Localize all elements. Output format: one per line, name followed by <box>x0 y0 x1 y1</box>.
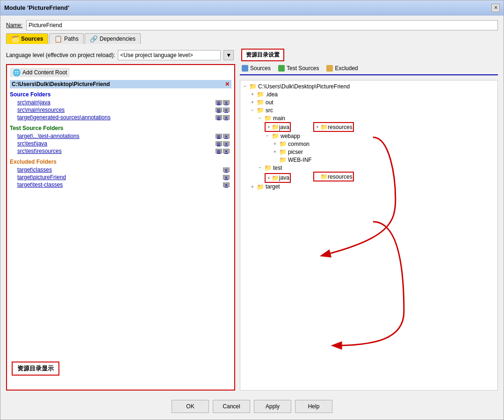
tab-dependencies[interactable]: 🔗 Dependencies <box>85 33 141 44</box>
folder-icon: 📁 <box>257 99 264 106</box>
tabs-row: 🗂️ Sources 📋 Paths 🔗 Dependencies <box>6 33 498 44</box>
remove-icon[interactable]: ✕ <box>223 167 230 172</box>
sources-tab-right-label: Sources <box>250 65 271 72</box>
folder-icon: 📁 <box>279 148 287 155</box>
list-item[interactable]: target\generated-sources\annotations ⊞ ✕ <box>10 114 231 121</box>
ok-button[interactable]: OK <box>172 400 209 413</box>
add-content-root-button[interactable]: 🌐 Add Content Root <box>10 68 70 77</box>
help-button[interactable]: Help <box>295 400 332 413</box>
source-tabs-bar: Sources Test Sources Excluded <box>240 64 498 75</box>
tree-expand-icon[interactable]: − <box>257 116 263 121</box>
dialog-title: Module 'PictureFriend' <box>4 4 69 11</box>
apply-button[interactable]: Apply <box>254 400 291 413</box>
tree-expand-icon[interactable]: − <box>250 108 255 113</box>
dialog-body: Name: 🗂️ Sources 📋 Paths 🔗 Dependencies … <box>0 15 504 395</box>
tree-expand-icon[interactable]: + <box>250 100 255 105</box>
tab-sources[interactable]: 🗂️ Sources <box>6 33 48 44</box>
tree-expand-icon[interactable]: − <box>257 165 263 171</box>
highlighted-tree-item[interactable]: +📁java <box>265 173 291 183</box>
test-sources-tab-label: Test Sources <box>287 65 319 72</box>
list-item[interactable]: src\main\resources ⊞ ✕ <box>10 106 231 114</box>
cancel-button[interactable]: Cancel <box>213 400 250 413</box>
excluded-folders-list: target\classes ✕ target\pictureFriend ✕ … <box>10 166 231 188</box>
tree-expand-icon[interactable]: + <box>250 184 255 189</box>
tree-item[interactable]: −📁src <box>250 106 496 114</box>
tree-item[interactable]: +📁common <box>272 140 496 148</box>
tab-paths[interactable]: 📋 Paths <box>49 33 84 44</box>
remove-icon[interactable]: ✕ <box>223 182 230 187</box>
remove-icon[interactable]: ✕ <box>223 115 230 120</box>
edit-icon[interactable]: ⊞ <box>216 149 222 153</box>
tree-expand-icon[interactable]: − <box>265 133 270 139</box>
list-item[interactable]: target\classes ✕ <box>10 166 231 174</box>
tree-item[interactable]: −📁C:\Users\Dulk\Desktop\PictureFriend <box>242 82 496 90</box>
tab-excluded-right[interactable]: Excluded <box>324 64 360 72</box>
tree-item-label: WEB-INF <box>288 157 312 163</box>
list-item[interactable]: target\pictureFriend ✕ <box>10 174 231 181</box>
list-item[interactable]: target\test-classes ✕ <box>10 181 231 188</box>
list-item[interactable]: src\main\java ⊞ ✕ <box>10 99 231 106</box>
test-folders-list: target\...\test-annotations ⊞ ✕ src\test… <box>10 132 231 155</box>
tree-expand-icon[interactable]: + <box>250 92 255 97</box>
list-item[interactable]: target\...\test-annotations ⊞ ✕ <box>10 132 231 140</box>
highlighted-tree-item[interactable]: 📁resources <box>313 172 354 181</box>
tree-item-label: picser <box>288 149 303 155</box>
folder-item-icons: ⊞ ✕ <box>216 134 230 138</box>
edit-icon[interactable]: ⊞ <box>216 134 222 138</box>
tree-item[interactable]: +📁out <box>250 98 496 106</box>
edit-icon[interactable]: ⊞ <box>216 108 222 112</box>
tree-item-label: resources <box>328 124 353 130</box>
close-button[interactable]: ✕ <box>491 4 500 12</box>
module-dialog: Module 'PictureFriend' ✕ Name: 🗂️ Source… <box>0 0 504 420</box>
remove-icon[interactable]: ✕ <box>223 149 230 153</box>
tree-expand-icon[interactable]: + <box>315 124 320 130</box>
tree-item-label: .idea <box>266 91 278 98</box>
tree-item-label: java <box>279 174 289 181</box>
list-item[interactable]: src\test\resources ⊞ ✕ <box>10 147 231 155</box>
excluded-folders-title: Excluded Folders <box>10 159 231 165</box>
lang-level-input[interactable] <box>118 50 221 60</box>
edit-icon[interactable]: ⊞ <box>216 115 222 120</box>
name-input[interactable] <box>26 20 498 30</box>
test-folders-title: Test Source Folders <box>10 125 231 131</box>
annotation-right-label: 资源目录设置 <box>241 49 284 61</box>
left-panel: 🌐 Add Content Root C:\Users\Dulk\Desktop… <box>6 64 235 391</box>
folder-icon: 📁 <box>272 132 279 139</box>
tree-item[interactable]: −📁test <box>257 164 496 172</box>
tab-sources-right[interactable]: Sources <box>240 64 273 72</box>
tree-expand-icon[interactable] <box>272 157 278 163</box>
folder-item-icons: ✕ <box>223 175 230 180</box>
tree-expand-icon[interactable]: + <box>272 141 278 147</box>
remove-icon[interactable]: ✕ <box>223 175 230 180</box>
edit-icon[interactable]: ⊞ <box>216 100 222 105</box>
edit-icon[interactable]: ⊞ <box>216 141 222 146</box>
folder-icon: 📁 <box>257 107 264 114</box>
folder-icon: 📁 <box>279 156 287 163</box>
remove-icon[interactable]: ✕ <box>223 134 230 138</box>
tree-expand-icon[interactable] <box>315 174 320 180</box>
tree-expand-icon[interactable]: + <box>266 175 272 181</box>
tree-item[interactable]: −📁webapp <box>265 132 496 140</box>
highlighted-tree-item[interactable]: +📁java <box>265 122 291 132</box>
tree-item[interactable]: 📁WEB-INF <box>272 156 496 164</box>
tree-expand-icon[interactable]: − <box>242 84 248 89</box>
tree-item[interactable]: +📁target <box>250 183 496 191</box>
tree-item[interactable]: +📁picser <box>272 148 496 156</box>
tree-item-label: common <box>288 141 310 147</box>
list-item[interactable]: src\test\java ⊞ ✕ <box>10 140 231 147</box>
tab-test-sources-right[interactable]: Test Sources <box>276 64 321 72</box>
excluded-dot <box>326 65 333 72</box>
highlighted-tree-item[interactable]: +📁resources <box>313 122 354 132</box>
tree-item-label: out <box>266 99 274 106</box>
lang-dropdown-button[interactable]: ▼ <box>223 50 234 60</box>
folder-item-icons: ⊞ ✕ <box>216 108 230 112</box>
remove-icon[interactable]: ✕ <box>223 108 230 112</box>
tree-item[interactable]: −📁main <box>257 114 496 122</box>
tree-expand-icon[interactable]: + <box>272 149 278 155</box>
remove-icon[interactable]: ✕ <box>223 100 230 105</box>
tree-item[interactable]: +📁.idea <box>250 90 496 98</box>
remove-content-root-button[interactable]: ✕ <box>225 81 230 87</box>
tree-expand-icon[interactable]: + <box>266 124 272 130</box>
remove-icon[interactable]: ✕ <box>223 141 230 146</box>
content-root-item: C:\Users\Dulk\Desktop\PictureFriend ✕ <box>10 80 231 88</box>
